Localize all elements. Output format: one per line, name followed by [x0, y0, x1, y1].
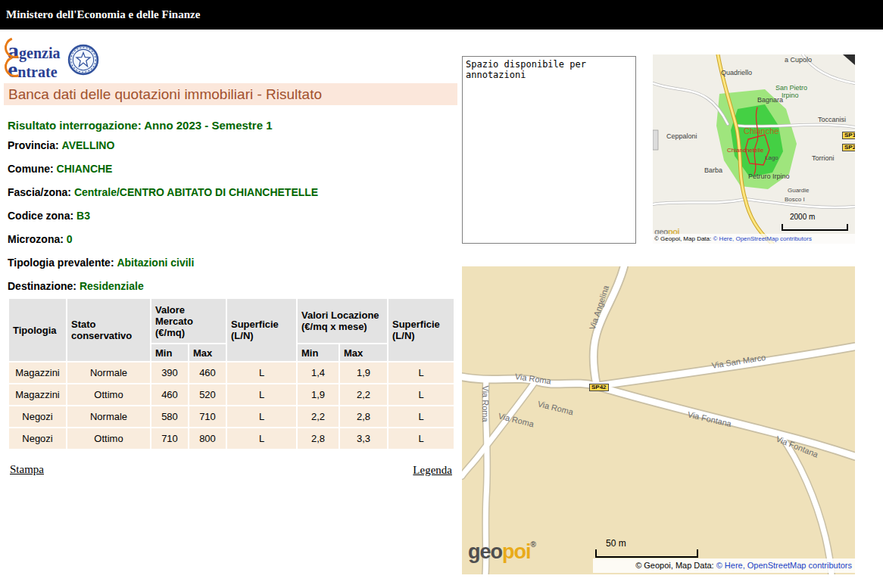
map-label: Irpino [782, 92, 799, 99]
road-badge: SP1 [842, 132, 855, 139]
cell-tipologia: Magazzini [9, 384, 66, 405]
map-label: Via Roma [514, 372, 551, 386]
detail-map[interactable]: Via AngelinaVia San MarcoVia RomaVia Rom… [462, 266, 855, 574]
cell-superficie: L [227, 428, 296, 449]
legenda-link[interactable]: Legenda [413, 464, 452, 476]
map-label: Toccanisi [818, 117, 846, 123]
map-label: Via Roma [537, 400, 574, 416]
field-value: 0 [67, 233, 73, 245]
cell-tipologia: Negozi [9, 406, 66, 427]
map-label: Via Fontana [687, 410, 732, 428]
col-header-min: Min [151, 344, 188, 361]
field-value: CHIANCHE [57, 163, 113, 175]
cell-superficie: L [388, 428, 454, 449]
cell-vl-min: 1,4 [298, 362, 339, 383]
road-badge: SP42 [589, 384, 609, 391]
attribution-links[interactable]: © Here, OpenStreetMap contributors [716, 561, 852, 570]
logo-line-2: entrate [8, 61, 60, 80]
logo-wordmark: agenzia entrate [8, 42, 60, 80]
agenzia-entrate-logo[interactable]: agenzia entrate [8, 42, 99, 80]
cell-stato: Ottimo [67, 384, 150, 405]
road-badge: SP2 [842, 144, 855, 151]
result-field: Provincia: AVELLINO [8, 139, 318, 163]
field-label: Comune: [8, 163, 54, 175]
cell-superficie: L [388, 362, 454, 383]
col-header-superficie-1: Superficie (L/N) [227, 299, 296, 361]
cell-vl-min: 2,8 [298, 428, 339, 449]
annotations-textarea[interactable]: Spazio disponibile per annotazioni [462, 56, 636, 244]
result-field: Comune: CHIANCHE [8, 163, 318, 186]
map-label: Torrioni [812, 155, 835, 162]
cell-vl-min: 1,9 [298, 384, 339, 405]
map-scale-label: 2000 m [790, 213, 815, 221]
map-label: Bosco I [785, 197, 805, 203]
col-header-valore-mercato: Valore Mercato (€/mq) [151, 299, 226, 343]
cell-vm-min: 710 [151, 428, 188, 449]
cell-vm-min: 390 [151, 362, 188, 383]
cell-vl-max: 1,9 [340, 362, 387, 383]
map-label: Via San Marco [711, 353, 766, 370]
geopoi-logo: geopoi® [468, 540, 535, 564]
col-header-valori-locazione: Valori Locazione (€/mq x mese) [298, 299, 387, 343]
detail-map-labels: Via AngelinaVia San MarcoVia RomaVia Rom… [462, 266, 855, 574]
map-label: San Pietro [775, 85, 807, 92]
logo-letter-e: e [8, 61, 17, 77]
geopoi-logo-poi: poi [502, 540, 531, 563]
cell-vm-max: 520 [189, 384, 226, 405]
cell-superficie: L [227, 362, 296, 383]
field-label: Provincia: [8, 139, 59, 151]
overview-map[interactable]: a CupoloQuadrielloSan PietroIrpinoBagnar… [653, 54, 855, 244]
col-header-stato-conservativo: Stato conservativo [67, 299, 150, 361]
map-label: Via Angelina [588, 285, 610, 331]
page: { "topbar": { "title": "Ministero dell'E… [0, 0, 883, 588]
field-label: Microzona: [8, 233, 64, 245]
table-row: Magazzini Normale 390 460 L 1,4 1,9 L [9, 362, 454, 383]
cell-vm-max: 800 [189, 428, 226, 449]
ministry-title: Ministero dell'Economia e delle Finanze [0, 0, 883, 30]
field-label: Destinazione: [8, 280, 76, 292]
field-value: B3 [76, 210, 90, 222]
field-value: Centrale/CENTRO ABITATO DI CHIANCHETELLE [74, 186, 318, 198]
geopoi-logo-reg: ® [531, 540, 535, 549]
table-row: Magazzini Ottimo 460 520 L 1,9 2,2 L [9, 384, 454, 405]
map-label: Chianche [744, 127, 778, 135]
attribution-text: © Geopoi, Map Data: [654, 235, 713, 242]
cell-vl-max: 2,2 [340, 384, 387, 405]
cell-vl-max: 2,8 [340, 406, 387, 427]
geopoi-logo-geo: geo [468, 540, 502, 563]
result-field: Codice zona: B3 [8, 210, 318, 233]
page-title-banner: Banca dati delle quotazioni immobiliari … [4, 83, 457, 105]
cell-vm-min: 460 [151, 384, 188, 405]
ministry-bar: Ministero dell'Economia e delle Finanze [0, 0, 883, 30]
col-header-tipologia: Tipologia [9, 299, 66, 361]
field-value: Residenziale [80, 280, 144, 292]
map-label: Via Roma [498, 412, 535, 428]
result-fields: Provincia: AVELLINO Comune: CHIANCHE Fas… [8, 139, 318, 303]
table-row: Negozi Ottimo 710 800 L 2,8 3,3 L [9, 428, 454, 449]
cell-stato: Ottimo [67, 428, 150, 449]
map-label: a Cupolo [785, 57, 812, 64]
map-label: Quadriello [721, 70, 752, 76]
map-scale-label: 50 m [606, 538, 626, 549]
attribution-links[interactable]: © Here, OpenStreetMap contributors [713, 235, 812, 242]
cell-vl-min: 2,2 [298, 406, 339, 427]
field-value: AVELLINO [62, 139, 115, 151]
map-attribution: © Geopoi, Map Data: © Here, OpenStreetMa… [653, 234, 855, 244]
cell-superficie: L [388, 406, 454, 427]
map-scale-bar [595, 549, 698, 558]
map-label: Ceppaloni [666, 133, 697, 140]
col-header-superficie-2: Superficie (L/N) [388, 299, 454, 361]
result-field: Tipologia prevalente: Abitazioni civili [8, 257, 318, 280]
cell-vl-max: 3,3 [340, 428, 387, 449]
result-field: Microzona: 0 [8, 233, 318, 257]
cell-superficie: L [227, 406, 296, 427]
legenda-wrap: Legenda [4, 463, 452, 477]
overview-map-labels: a CupoloQuadrielloSan PietroIrpinoBagnar… [653, 54, 855, 244]
col-header-min: Min [298, 344, 339, 361]
table-row: Negozi Normale 580 710 L 2,2 2,8 L [9, 406, 454, 427]
result-heading: Risultato interrogazione: Anno 2023 - Se… [8, 119, 273, 132]
cell-stato: Normale [67, 406, 150, 427]
page-title: Banca dati delle quotazioni immobiliari … [4, 83, 457, 105]
quotazioni-table: Tipologia Stato conservativo Valore Merc… [8, 297, 455, 450]
field-value: Abitazioni civili [117, 257, 194, 269]
